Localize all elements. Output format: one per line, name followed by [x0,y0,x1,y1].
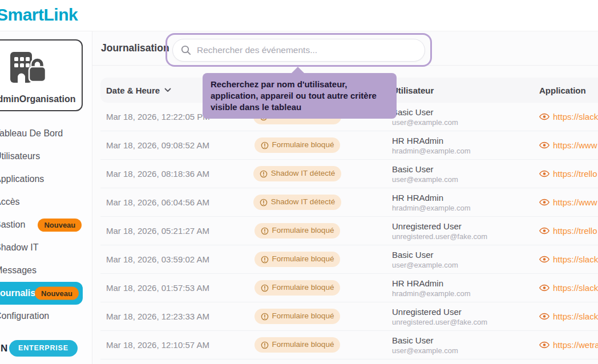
event-cell: Formulaire bloqué [243,223,351,238]
event-type-label: Formulaire bloqué [272,254,334,264]
user-cell: HR HRAdminhradmin@example.com [351,136,539,155]
event-datetime: Mar 18, 2026, 09:08:52 AM [100,140,243,150]
application-link[interactable]: https://www [553,140,597,150]
event-datetime: Mar 18, 2026, 06:04:56 AM [100,197,243,207]
user-cell: HR HRAdminhradmin@example.com [351,278,539,298]
application-link[interactable]: https://trello [553,226,597,236]
alert-circle-icon [261,341,269,349]
organisation-card[interactable]: AdminOrganisation [0,39,83,111]
table-row: Mar 18, 2026, 12:10:57 AMFormulaire bloq… [100,331,598,359]
user-name: Basic User [392,335,539,345]
user-email: unregistered.user@fake.com [392,318,539,326]
search-focus-ring [165,33,432,67]
sidebar-item-label: Utilisateurs [0,151,40,161]
event-cell: Formulaire bloqué [243,280,351,295]
event-cell: Formulaire bloqué [243,137,351,152]
eye-icon [539,227,549,234]
user-email: unregistered.user@fake.com [392,232,539,241]
sidebar-item-label: Accès [0,197,20,207]
eye-icon [539,313,549,320]
enterprise-badge: ENTERPRISE [9,340,78,357]
main-content: Journalisation Recherchez par nom d'util… [92,31,598,364]
application-link[interactable]: https://slack [553,254,598,264]
user-email: hradmin@example.com [392,204,539,212]
nouveau-badge: Nouveau [38,219,82,232]
sidebar-item-tableau-de-bord[interactable]: Tableau De Bord [0,122,120,145]
table-body: Mar 18, 2026, 12:22:05 PMShadow IT détec… [100,103,598,359]
table-row: Mar 18, 2026, 09:08:52 AMFormulaire bloq… [100,131,598,160]
application-cell: https://slack [539,312,598,321]
alert-circle-icon [261,227,269,235]
event-cell: Shadow IT détecté [243,195,351,209]
eye-icon [539,341,549,349]
application-link[interactable]: https://trello [553,169,597,179]
table-row: Mar 18, 2026, 03:59:02 AMFormulaire bloq… [100,245,598,274]
user-email: user@example.com [392,261,539,269]
user-cell: Basic Useruser@example.com [351,250,539,269]
sidebar-item-shadow-it[interactable]: Shadow IT [0,236,120,259]
sidebar-item-applications[interactable]: Applications [0,168,120,191]
top-bar: SmartLink [0,0,598,31]
event-datetime: Mar 18, 2026, 03:59:02 AM [100,254,243,264]
chevron-down-icon [164,88,171,92]
event-type-badge: Shadow IT détecté [253,195,341,209]
event-datetime: Mar 18, 2026, 12:23:33 AM [100,312,243,321]
user-name: Basic User [392,164,539,174]
user-name: HR HRAdmin [392,193,539,203]
sidebar-item-label: Shadow IT [0,242,38,253]
search-icon [181,45,191,55]
plan-label: N [1,343,7,354]
event-type-label: Shadow IT détecté [271,169,335,178]
sidebar-item-bastion[interactable]: BastionNouveau [0,213,120,236]
application-link[interactable]: https://wetra [553,340,598,350]
user-email: user@example.com [392,118,539,127]
event-type-label: Formulaire bloqué [272,340,334,349]
user-cell: Unregistered Userunregistered.user@fake.… [351,221,539,241]
search-input[interactable] [197,45,417,55]
application-link[interactable]: https://slack [553,283,598,293]
table-row: Mar 18, 2026, 08:18:36 AMShadow IT détec… [100,160,598,188]
sidebar-item-label: Bastion [0,220,25,230]
sidebar-item-journalisation[interactable]: JournalisationNouveau [0,282,83,305]
event-type-label: Formulaire bloqué [272,140,334,149]
brand-logo[interactable]: SmartLink [0,5,78,25]
sidebar-item-configuration[interactable]: Configuration [0,305,120,327]
eye-icon [539,170,549,177]
alert-circle-icon [261,313,269,321]
alert-circle-icon [261,256,269,264]
application-cell: https://trello [539,169,598,179]
sidebar-item-acces[interactable]: Accès [0,191,120,213]
application-link[interactable]: https://www [553,197,597,207]
application-link[interactable]: https://slack [553,112,598,122]
user-email: user@example.com [392,346,539,355]
column-header-application[interactable]: Application [539,86,598,95]
application-cell: https://www [539,140,598,150]
sidebar-item-utilisateurs[interactable]: Utilisateurs [0,145,120,168]
sidebar-item-label: Messages [0,265,37,276]
search-box[interactable] [172,39,425,62]
event-cell: Shadow IT détecté [243,166,351,181]
eye-icon [539,199,549,206]
event-type-badge: Formulaire bloqué [254,137,341,152]
event-type-badge: Formulaire bloqué [254,280,341,295]
user-email: user@example.com [392,175,539,184]
application-cell: https://slack [539,283,598,293]
sidebar-item-label: Applications [0,174,44,184]
eye-icon [539,284,549,292]
event-cell: Formulaire bloqué [243,309,351,323]
page-title: Journalisation [101,42,169,54]
sidebar-item-messages[interactable]: Messages [0,259,120,282]
user-email: hradmin@example.com [392,147,539,155]
search-tooltip-text: Recherchez par nom d'utilisateur, applic… [211,79,377,112]
building-lock-icon [6,50,48,87]
user-name: HR HRAdmin [392,136,539,145]
application-cell: https://slack [539,112,598,122]
user-cell: HR HRAdminhradmin@example.com [351,193,539,212]
event-type-label: Formulaire bloqué [272,226,334,235]
sidebar: AdminOrganisation Tableau De BordUtilisa… [0,31,92,364]
alert-circle-icon [261,284,269,292]
event-type-label: Formulaire bloqué [272,312,334,321]
table-row: Mar 18, 2026, 06:04:56 AMShadow IT détec… [100,188,598,217]
event-datetime: Mar 18, 2026, 01:57:53 AM [100,283,243,293]
application-link[interactable]: https://slack [553,312,598,321]
